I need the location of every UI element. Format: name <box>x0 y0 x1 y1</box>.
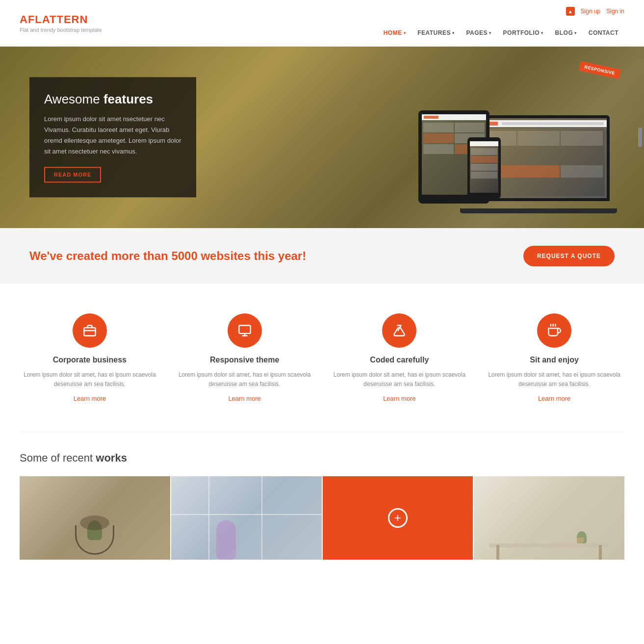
logo-area: AFLATTERN Flat and trendy bootstrap temp… <box>20 13 102 33</box>
main-nav: HOME ▾ FEATURES ▾ PAGES ▾ PORTFOLIO ▾ BL… <box>378 26 624 39</box>
signin-link[interactable]: Sign in <box>606 8 624 15</box>
hero-devices: Responsive <box>418 61 624 218</box>
feature-desc-0: Lorem ipsum dolor sit amet, has ei ipsum… <box>20 370 160 389</box>
auth-links: ▲ Sign up Sign in <box>566 7 624 16</box>
hero-content-box: Awesome features Lorem ipsum dolor sit a… <box>29 77 196 197</box>
feature-desc-1: Lorem ipsum dolor sit amet, has ei ipsum… <box>175 370 315 389</box>
logo[interactable]: AFLATTERN <box>20 13 102 26</box>
tagline-text: We've created more than 5000 websites th… <box>29 249 306 263</box>
feature-corporate: Corporate business Lorem ipsum dolor sit… <box>20 313 160 402</box>
phone-mockup <box>467 137 501 199</box>
feature-desc-3: Lorem ipsum dolor sit amet, has ei ipsum… <box>484 370 624 389</box>
chevron-down-icon: ▾ <box>541 31 543 35</box>
laptop-base <box>460 208 617 213</box>
nav-item-pages[interactable]: PAGES ▾ <box>460 26 497 39</box>
feature-link-0[interactable]: Learn more <box>74 395 106 402</box>
feature-link-1[interactable]: Learn more <box>228 395 260 402</box>
header: AFLATTERN Flat and trendy bootstrap temp… <box>0 0 644 47</box>
logo-name: FLATTERN <box>28 13 88 26</box>
signup-link[interactable]: Sign up <box>581 8 601 15</box>
chevron-down-icon: ▾ <box>452 31 455 35</box>
feature-title-3: Sit and enjoy <box>530 356 579 364</box>
work-item-2[interactable] <box>171 476 322 560</box>
feature-desc-2: Lorem ipsum dolor sit amet, has ei ipsum… <box>330 370 470 389</box>
nav-item-contact[interactable]: CONTACT <box>583 26 624 39</box>
work-item-3[interactable]: + <box>323 476 473 560</box>
features-grid: Corporate business Lorem ipsum dolor sit… <box>20 313 624 402</box>
feature-icon-briefcase <box>73 313 107 348</box>
works-section: Some of recent works + <box>0 432 644 574</box>
feature-coded: Coded carefully Lorem ipsum dolor sit am… <box>330 313 470 402</box>
nav-item-blog[interactable]: BLOG ▾ <box>549 26 583 39</box>
works-title: Some of recent works <box>20 452 624 464</box>
nav-item-home[interactable]: HOME ▾ <box>378 26 412 39</box>
chevron-down-icon: ▾ <box>404 31 406 35</box>
hero-title: Awesome features <box>44 92 181 107</box>
user-icon: ▲ <box>566 7 575 16</box>
feature-icon-monitor <box>228 313 262 348</box>
feature-enjoy: Sit and enjoy Lorem ipsum dolor sit amet… <box>484 313 624 402</box>
responsive-badge: Responsive <box>579 61 621 79</box>
feature-link-2[interactable]: Learn more <box>383 395 415 402</box>
chevron-down-icon: ▾ <box>489 31 491 35</box>
chevron-down-icon: ▾ <box>574 31 577 35</box>
scroll-indicator <box>638 128 642 147</box>
features-section: Corporate business Lorem ipsum dolor sit… <box>0 284 644 427</box>
logo-letter: A <box>20 13 28 26</box>
feature-icon-flask <box>382 313 416 348</box>
feature-link-3[interactable]: Learn more <box>538 395 570 402</box>
work-item-4[interactable] <box>474 476 624 560</box>
nav-item-portfolio[interactable]: PORTFOLIO ▾ <box>497 26 549 39</box>
hero-description: Lorem ipsum dolor sit amet nsectetuer ne… <box>44 114 181 157</box>
svg-rect-2 <box>239 326 250 334</box>
feature-title-0: Corporate business <box>53 356 127 364</box>
hero-section: Awesome features Lorem ipsum dolor sit a… <box>0 47 644 228</box>
nav-item-features[interactable]: FEATURES ▾ <box>412 26 460 39</box>
works-grid: + <box>20 476 624 560</box>
work-item-1[interactable] <box>20 476 170 560</box>
request-quote-button[interactable]: REQUEST A QUOTE <box>523 246 615 266</box>
svg-rect-0 <box>84 328 95 335</box>
feature-title-2: Coded carefully <box>370 356 429 364</box>
work-plus-icon: + <box>388 508 408 528</box>
tagline-section: We've created more than 5000 websites th… <box>0 228 644 284</box>
feature-responsive: Responsive theme Lorem ipsum dolor sit a… <box>175 313 315 402</box>
feature-title-1: Responsive theme <box>210 356 279 364</box>
logo-tagline: Flat and trendy bootstrap template <box>20 27 102 33</box>
feature-icon-coffee <box>537 313 571 348</box>
read-more-button[interactable]: READ MORE <box>44 167 101 183</box>
